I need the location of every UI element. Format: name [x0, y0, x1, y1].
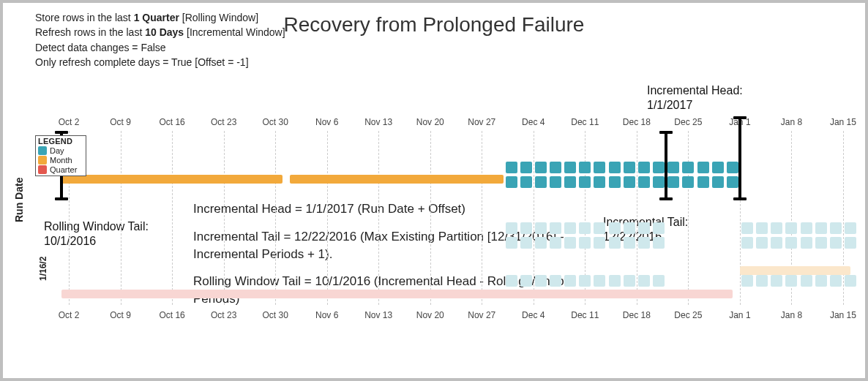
day-cell-faded [756, 275, 768, 287]
day-cell-faded [594, 237, 605, 249]
y-axis-label: Run Date [13, 178, 25, 222]
day-cell [506, 162, 517, 173]
day-cell [624, 162, 635, 173]
day-cell-faded [506, 222, 517, 234]
day-cell-faded [520, 237, 532, 249]
legend: LEGEND DayMonthQuarter [35, 135, 86, 176]
day-cell [653, 162, 665, 173]
day-cell-faded [506, 275, 517, 287]
day-cell [594, 176, 605, 188]
day-cell [638, 162, 650, 173]
month-bar [61, 175, 283, 184]
timeline-focus-run [61, 131, 850, 193]
x-tick: Dec 18 [623, 117, 651, 127]
day-cell [697, 176, 709, 188]
day-cell-faded [624, 237, 635, 249]
x-tick: Dec 11 [571, 310, 599, 320]
day-cell [712, 162, 724, 173]
day-cell-faded [579, 275, 591, 287]
day-cell-faded [638, 275, 650, 287]
day-cell [609, 176, 621, 188]
day-cell [506, 176, 517, 188]
day-cell-faded [594, 222, 605, 234]
quarter-bar-faded [61, 290, 733, 298]
day-cell-faded [579, 237, 591, 249]
legend-label: Day [50, 146, 64, 155]
x-axis-top: Oct 2Oct 9Oct 16Oct 23Oct 30Nov 6Nov 13N… [61, 117, 850, 130]
legend-header: LEGEND [38, 137, 83, 146]
x-tick: Dec 25 [674, 117, 702, 127]
day-cell [653, 176, 665, 188]
day-cell [697, 162, 709, 173]
day-cell-faded [609, 222, 621, 234]
day-cell-faded [535, 222, 547, 234]
legend-item: Day [38, 146, 83, 155]
day-cell-faded [550, 275, 561, 287]
day-cell-faded [756, 222, 768, 234]
x-tick: Oct 2 [59, 117, 80, 127]
x-tick: Oct 23 [211, 310, 236, 320]
day-cell-faded [771, 275, 782, 287]
x-tick: Dec 11 [571, 117, 599, 127]
x-tick: Nov 13 [364, 117, 392, 127]
marker-incremental-head [738, 116, 741, 200]
day-cell-faded [506, 237, 517, 249]
day-cell-faded [653, 237, 665, 249]
x-tick: Dec 4 [522, 310, 545, 320]
x-tick: Jan 8 [781, 310, 802, 320]
marker-incremental-tail [665, 131, 667, 200]
x-tick: Nov 27 [468, 310, 495, 320]
day-cell-faded [815, 222, 827, 234]
x-axis-bottom: Oct 2Oct 9Oct 16Oct 23Oct 30Nov 6Nov 13N… [61, 310, 850, 323]
day-cell-faded [741, 237, 753, 249]
day-cell-faded [801, 275, 812, 287]
day-cell-faded [830, 275, 842, 287]
day-cell [712, 176, 724, 188]
page-title: Recovery from Prolonged Failure [3, 13, 865, 37]
day-cell-faded [564, 275, 576, 287]
x-tick: Oct 23 [211, 117, 236, 127]
day-cell [667, 176, 679, 188]
day-cell-faded [564, 237, 576, 249]
day-cell-faded [624, 222, 635, 234]
day-cell-faded [845, 237, 856, 249]
day-cell [727, 162, 738, 173]
day-cell-faded [535, 237, 547, 249]
day-cell [727, 176, 738, 188]
day-cell [579, 176, 591, 188]
x-tick: Oct 16 [159, 117, 184, 127]
day-cell-faded [801, 222, 812, 234]
x-tick: Jan 1 [729, 310, 750, 320]
day-cell [550, 162, 561, 173]
day-cell-faded [550, 237, 561, 249]
day-cell-faded [520, 275, 532, 287]
day-cell [520, 162, 532, 173]
day-cell-faded [741, 222, 753, 234]
day-cell-faded [550, 222, 561, 234]
day-cell-faded [741, 275, 753, 287]
day-cell-faded [785, 275, 797, 287]
x-tick: Jan 15 [830, 310, 856, 320]
day-cell-faded [564, 222, 576, 234]
day-cell [550, 176, 561, 188]
day-cell-faded [815, 237, 827, 249]
x-tick: Oct 16 [159, 310, 184, 320]
day-cell-faded [653, 222, 665, 234]
day-cell-faded [594, 275, 605, 287]
day-cell-faded [609, 237, 621, 249]
x-tick: Nov 27 [468, 117, 495, 127]
day-cell-faded [756, 237, 768, 249]
day-cell-faded [579, 222, 591, 234]
day-cell-faded [785, 222, 797, 234]
day-cell-faded [638, 222, 650, 234]
day-cell [594, 162, 605, 173]
legend-swatch [38, 146, 47, 155]
legend-item: Month [38, 156, 83, 165]
legend-item: Quarter [38, 165, 83, 174]
day-cell-faded [845, 275, 856, 287]
day-cell [535, 176, 547, 188]
day-cell-faded [785, 237, 797, 249]
x-tick: Nov 6 [315, 310, 338, 320]
day-cell [638, 176, 650, 188]
timeline-prior-run [61, 222, 850, 303]
